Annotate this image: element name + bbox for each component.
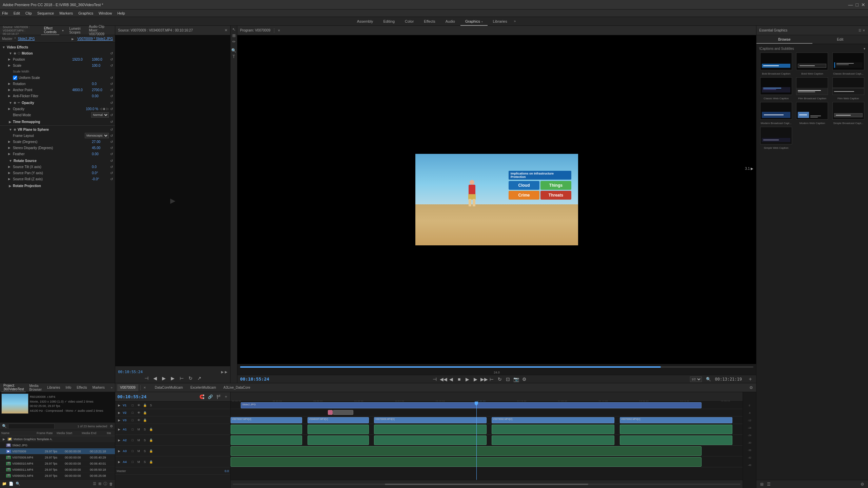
rotate-src-reset[interactable]: ↺ — [110, 159, 113, 163]
src-pan-reset[interactable]: ↺ — [110, 171, 113, 175]
playhead[interactable] — [476, 402, 477, 480]
feather-val[interactable]: 0.00 — [92, 152, 109, 156]
eg-item-modern-broadcast[interactable]: Modern Broadcast Capt... — [759, 102, 793, 125]
search-settings-icon[interactable]: ⚙ — [110, 424, 113, 428]
export-frame-btn[interactable]: 📷 — [513, 377, 519, 382]
clip-a1-2[interactable] — [308, 425, 369, 434]
track-eye-v1[interactable]: 👁 — [136, 404, 141, 407]
track-lock-v3[interactable]: 🔒 — [142, 419, 147, 422]
clip-a2-2[interactable] — [308, 435, 369, 445]
zoom-icon[interactable]: 🔍 — [706, 377, 711, 382]
expand-icon[interactable]: ▶ — [8, 177, 12, 181]
src-loop[interactable]: ↻ — [188, 375, 194, 381]
src-pan-val[interactable]: 0.0° — [92, 171, 109, 175]
tab-markers[interactable]: Markers — [91, 385, 107, 390]
rotation-reset[interactable]: ↺ — [110, 82, 113, 86]
menu-window[interactable]: Window — [99, 11, 112, 15]
position-y[interactable]: 1080.0 — [92, 58, 109, 61]
track-target-v3[interactable]: □ — [130, 419, 135, 422]
anti-flicker-val[interactable]: 0.00 — [92, 94, 109, 98]
track-lock-v1[interactable]: 🔒 — [142, 404, 147, 407]
expand-icon[interactable]: ▶ — [8, 107, 12, 110]
keyframe-btns[interactable]: ◁ ◉ ▷ — [100, 107, 109, 110]
anchor-reset[interactable]: ↺ — [110, 88, 113, 92]
text-tool[interactable]: T — [233, 54, 235, 59]
tab-lumetri[interactable]: Lumetri Scopes — [66, 26, 83, 35]
stop-btn[interactable]: ■ — [456, 377, 462, 382]
clip-pink-marker[interactable] — [328, 410, 333, 415]
tab-effects[interactable]: Effects — [419, 17, 440, 26]
clip-a4-1[interactable] — [231, 457, 702, 467]
track-expand-v2[interactable]: ▶ — [117, 411, 121, 414]
fx-group-header-vr[interactable]: ▼ ◉ VR Plane to Sphere ↺ — [0, 126, 115, 133]
clip-v007-3[interactable]: V0070002.MP4[V] — [492, 417, 614, 423]
tab-audio-clip-mixer[interactable]: Audio Clip Mixer: V0070009 — [86, 24, 112, 37]
mark-out-btn[interactable]: ⊢ — [489, 377, 495, 382]
tl-tab-v0070009[interactable]: V0070009 — [117, 384, 138, 391]
scale-reset[interactable]: ↺ — [110, 64, 113, 67]
eg-close-icon[interactable]: ✕ — [863, 29, 865, 32]
opacity-reset[interactable]: ↺ — [110, 101, 113, 105]
uniform-scale-reset[interactable]: ↺ — [110, 76, 113, 80]
scrubber-bar[interactable] — [240, 366, 753, 368]
tab-libraries[interactable]: Libraries — [45, 385, 62, 390]
select-tool[interactable]: ↖ — [232, 27, 236, 32]
track-mute-a4[interactable]: M — [136, 460, 141, 464]
safe-margins-btn[interactable]: ⊡ — [505, 377, 511, 382]
track-lock-a4[interactable]: 🔒 — [149, 460, 153, 464]
track-sync-v1[interactable]: S — [149, 404, 153, 407]
menu-clip[interactable]: Clip — [25, 11, 32, 15]
src-mark-in[interactable]: ⊣ — [143, 375, 150, 381]
clip-v007-4[interactable]: V0070002.MP4[V] — [620, 417, 732, 423]
zoom-select[interactable]: 1/2 — [690, 377, 702, 382]
clip-slide2jpg[interactable]: Slide2.JPG — [241, 402, 702, 408]
clip-a1-3[interactable] — [374, 425, 487, 434]
vr-reset[interactable]: ↺ — [110, 128, 113, 131]
track-solo-a1[interactable]: S — [142, 428, 147, 431]
eg-item-bold-web[interactable]: Bold Web Caption — [795, 53, 829, 75]
frame-layout-select[interactable]: Monoscopic — [85, 133, 109, 138]
eg-item-film-broadcast[interactable]: Film Broadcast Caption — [795, 77, 829, 100]
fx-group-header-rotate-src[interactable]: ▼ Rotate Source ↺ — [0, 158, 115, 164]
minimize-button[interactable]: — — [848, 2, 853, 7]
tab-color[interactable]: Color — [400, 17, 418, 26]
tab-browse[interactable]: Browse — [756, 35, 812, 44]
clip-white-marker[interactable] — [333, 410, 353, 415]
eg-item-simple-web[interactable]: Simple Web Caption — [759, 127, 793, 149]
clip-a1-5[interactable] — [620, 425, 732, 434]
src-tilt-val[interactable]: 0.0 — [92, 165, 109, 169]
track-expand-v1[interactable]: ▶ — [117, 404, 121, 407]
expand-icon[interactable]: ▶ — [8, 146, 12, 149]
tab-graphics[interactable]: Graphics — [460, 17, 488, 26]
track-mute-a2[interactable]: M — [136, 439, 141, 442]
track-target-a2[interactable]: □ — [130, 439, 135, 442]
track-solo-a4[interactable]: S — [142, 460, 147, 464]
track-lock-a1[interactable]: 🔒 — [149, 428, 153, 431]
track-target-a3[interactable]: □ — [130, 449, 135, 453]
blend-mode-reset[interactable]: ↺ — [110, 113, 113, 117]
tab-editing[interactable]: Editing — [378, 17, 399, 26]
rotation-val[interactable]: 0.0 — [92, 82, 109, 86]
tab-libraries[interactable]: Libraries — [488, 17, 512, 26]
feather-reset[interactable]: ↺ — [110, 152, 113, 156]
expand-icon[interactable]: ▶ — [8, 152, 12, 156]
fx-group-header-time[interactable]: ▶ Time Remapping ↺ — [0, 119, 115, 125]
tl-marker-icon[interactable]: 🏴 — [215, 394, 222, 399]
track-lock-a2[interactable]: 🔒 — [149, 439, 153, 442]
delete-btn[interactable]: 🗑 — [109, 482, 113, 486]
proj-row-v0090001[interactable]: 🎬 V0090001.MP4 29.97 fps 00:00:00:00 00:… — [0, 473, 115, 479]
opacity-val[interactable]: 100.0 % — [86, 107, 98, 111]
proj-row-group[interactable]: ▶ 📁 Motion Graphics Template A. — [0, 436, 115, 442]
vr-toggle[interactable]: ◉ — [14, 128, 16, 131]
src-insert[interactable]: ↗ — [196, 375, 202, 381]
expand-icon[interactable]: ▶ — [8, 140, 12, 143]
find-btn[interactable]: 🔍 — [16, 482, 20, 486]
zoom-tool[interactable]: 🔍 — [231, 48, 236, 53]
track-expand-a1[interactable]: ▶ — [117, 428, 121, 431]
fx-group-header-video[interactable]: ▼ Video Effects — [0, 44, 115, 50]
tl-settings-icon[interactable]: ⚙ — [748, 385, 754, 390]
source-slide-link[interactable]: Slide2.JPG — [18, 37, 35, 41]
menu-edit[interactable]: Edit — [14, 11, 20, 15]
scale-val[interactable]: 100.0 — [92, 64, 109, 67]
track-expand-v3[interactable]: ▶ — [117, 419, 121, 422]
